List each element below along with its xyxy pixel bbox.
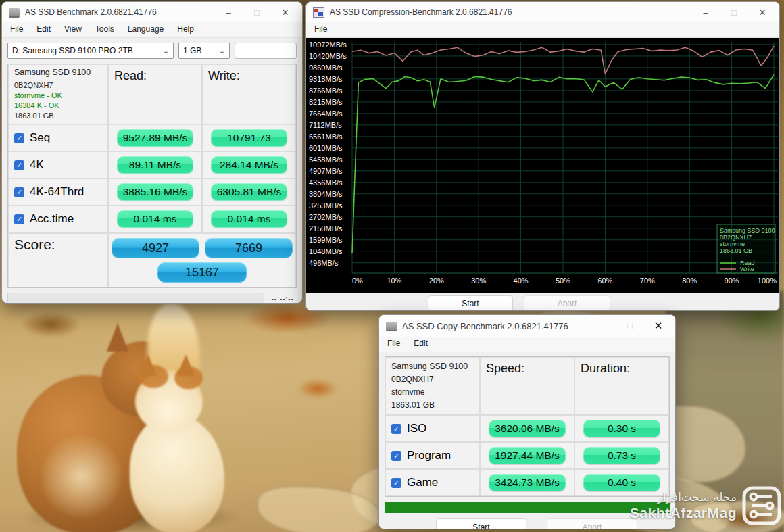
titlebar[interactable]: AS SSD Benchmark 2.0.6821.41776 – □ ✕ xyxy=(2,2,302,22)
read-value: 0.014 ms xyxy=(117,210,193,228)
svg-text:4907MB/s: 4907MB/s xyxy=(309,167,343,175)
drive-info-line: 1863.01 GB xyxy=(391,399,474,412)
svg-text:3253MB/s: 3253MB/s xyxy=(309,201,343,210)
write-value: 0.014 ms xyxy=(211,210,287,228)
checkbox-game[interactable]: ✓ xyxy=(391,478,401,488)
drive-serial: 0B2QNXH7 xyxy=(14,80,102,91)
write-value-cell: 284.14 MB/s xyxy=(202,151,296,178)
chevron-down-icon: ⌄ xyxy=(163,47,169,55)
watermark-persian: مجله سخت‌افزار xyxy=(658,490,737,504)
score-section: Score: 4927 7669 15167 xyxy=(7,233,297,288)
close-icon[interactable]: ✕ xyxy=(748,7,777,18)
button-row: Start Abort xyxy=(306,293,779,311)
drive-info-line: Samsung SSD 9100 xyxy=(391,360,474,373)
read-value: 3885.16 MB/s xyxy=(117,183,193,201)
copy-results-table: Samsung SSD 91000B2QNXH7stornvme1863.01 … xyxy=(385,356,670,497)
menubar: File xyxy=(306,22,779,38)
duration-value: 0.30 s xyxy=(583,420,660,437)
elapsed-timer: --:--:-- xyxy=(271,295,297,303)
svg-text:2150MB/s: 2150MB/s xyxy=(309,224,343,233)
drive-info-line: stornvme xyxy=(391,386,474,399)
maximize-icon[interactable]: □ xyxy=(243,7,271,18)
window-title: AS SSD Copy-Benchmark 2.0.6821.41776 xyxy=(402,321,568,331)
write-value-cell: 10791.73 xyxy=(202,124,296,151)
results-table: Samsung SSD 9100 0B2QNXH7 stornvme - OK … xyxy=(7,64,297,233)
svg-text:90%: 90% xyxy=(725,276,739,285)
read-value-cell: 3885.16 MB/s xyxy=(108,178,202,205)
svg-text:10%: 10% xyxy=(387,276,401,285)
watermark-text: مجله سخت‌افزار SakhtAfzarMag xyxy=(630,490,737,521)
compression-chart: 10972MB/s10420MB/s9869MB/s9318MB/s8766MB… xyxy=(306,38,779,293)
drive-select[interactable]: D: Samsung SSD 9100 PRO 2TB ⌄ xyxy=(7,43,174,59)
menu-item-file[interactable]: File xyxy=(10,24,23,34)
cat-right-ear xyxy=(139,354,157,376)
svg-text:496MB/s: 496MB/s xyxy=(309,259,339,267)
checkbox-program[interactable]: ✓ xyxy=(391,451,401,461)
minimize-icon[interactable]: – xyxy=(587,321,616,331)
autumn-leaves xyxy=(20,311,81,338)
svg-text:Samsung SSD 9100: Samsung SSD 9100 xyxy=(720,227,775,234)
abort-button[interactable]: Abort xyxy=(547,518,637,529)
menu-item-view[interactable]: View xyxy=(64,24,82,34)
menu-item-tools[interactable]: Tools xyxy=(95,24,114,34)
test-size-value: 1 GB xyxy=(183,46,201,55)
table-row-label: ✓4K-64Thrd xyxy=(8,178,108,205)
svg-text:80%: 80% xyxy=(682,276,697,285)
speed-value: 1927.44 MB/s xyxy=(489,447,566,464)
svg-text:8766MB/s: 8766MB/s xyxy=(309,87,343,95)
table-row-label: ✓4K xyxy=(8,151,108,178)
menu-item-edit[interactable]: Edit xyxy=(36,24,51,34)
svg-text:2702MB/s: 2702MB/s xyxy=(309,213,343,221)
abort-button[interactable]: Abort xyxy=(524,295,610,311)
watermark: مجله سخت‌افزار SakhtAfzarMag xyxy=(630,486,781,525)
svg-text:stornvme: stornvme xyxy=(720,241,745,247)
read-value-cell: 0.014 ms xyxy=(108,205,202,233)
checkbox-4k[interactable]: ✓ xyxy=(14,160,24,170)
comment-input[interactable] xyxy=(235,43,297,59)
table-row-label: ✓Game xyxy=(385,469,480,496)
checkbox-seq[interactable]: ✓ xyxy=(14,133,24,143)
app-icon xyxy=(386,322,397,330)
chevron-down-icon: ⌄ xyxy=(219,47,225,55)
total-score: 15167 xyxy=(157,262,247,283)
menu-item-file[interactable]: File xyxy=(314,24,327,34)
speed-value: 3424.73 MB/s xyxy=(489,474,566,491)
maximize-icon[interactable]: □ xyxy=(616,321,644,331)
test-size-select[interactable]: 1 GB ⌄ xyxy=(178,43,230,59)
titlebar[interactable]: AS SSD Copy-Benchmark 2.0.6821.41776 – □… xyxy=(379,315,675,337)
drive-driver-status: stornvme - OK xyxy=(14,91,102,101)
menu-item-language[interactable]: Language xyxy=(128,24,164,34)
row-label-text: Game xyxy=(407,476,438,489)
svg-text:30%: 30% xyxy=(471,276,486,285)
svg-text:10420MB/s: 10420MB/s xyxy=(309,52,347,60)
read-value-cell: 9527.89 MB/s xyxy=(108,124,202,151)
menu-item-edit[interactable]: Edit xyxy=(414,339,428,348)
checkbox-acc.time[interactable]: ✓ xyxy=(14,214,24,224)
checkbox-iso[interactable]: ✓ xyxy=(391,424,401,434)
duration-value-cell: 0.30 s xyxy=(574,415,669,442)
maximize-icon[interactable]: □ xyxy=(720,7,748,18)
svg-text:100%: 100% xyxy=(758,276,777,285)
minimize-icon[interactable]: – xyxy=(691,7,720,18)
duration-value: 0.73 s xyxy=(583,447,660,464)
row-label-text: 4K xyxy=(30,158,44,172)
svg-text:70%: 70% xyxy=(640,276,655,285)
read-value: 9527.89 MB/s xyxy=(117,129,193,147)
app-icon xyxy=(313,7,324,18)
write-value: 6305.81 MB/s xyxy=(211,183,287,201)
menu-item-file[interactable]: File xyxy=(387,339,400,348)
close-icon[interactable]: ✕ xyxy=(644,320,672,332)
start-button[interactable]: Start xyxy=(428,295,513,311)
caption-buttons: – □ ✕ xyxy=(214,7,299,18)
titlebar[interactable]: AS SSD Compression-Benchmark 2.0.6821.41… xyxy=(306,2,779,22)
checkbox-4k-64thrd[interactable]: ✓ xyxy=(14,187,24,197)
row-label-text: Seq xyxy=(30,131,50,145)
close-icon[interactable]: ✕ xyxy=(271,7,299,18)
write-value: 284.14 MB/s xyxy=(211,156,287,174)
start-button[interactable]: Start xyxy=(436,518,526,529)
svg-text:0B2QNXH7: 0B2QNXH7 xyxy=(720,234,752,241)
menu-item-help[interactable]: Help xyxy=(177,24,194,34)
minimize-icon[interactable]: – xyxy=(214,7,243,18)
svg-text:60%: 60% xyxy=(597,276,612,285)
row-label-text: Acc.time xyxy=(30,212,74,226)
